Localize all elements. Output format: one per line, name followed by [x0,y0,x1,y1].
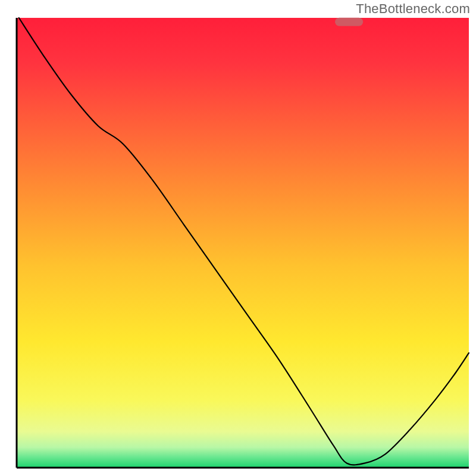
chart-container: TheBottleneck.com [0,0,476,476]
plot-background [17,18,469,468]
optimal-marker [335,18,363,26]
bottleneck-chart [0,0,476,476]
watermark-text: TheBottleneck.com [356,1,470,17]
